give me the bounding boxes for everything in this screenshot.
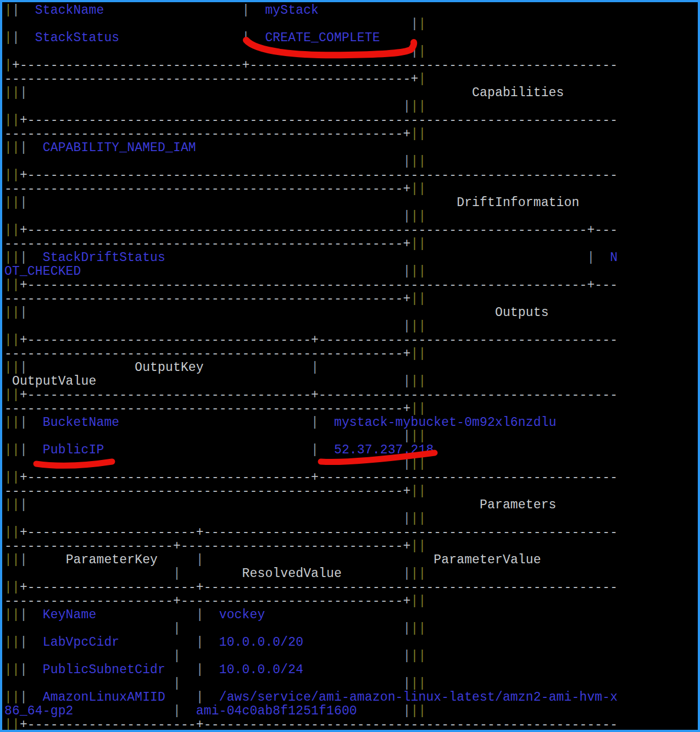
terminal-line: ----------------------------------------…: [4, 485, 698, 498]
terminal-line: ||| CAPABILITY_NAMED_IAM: [4, 141, 698, 155]
terminal-line: | |||: [4, 650, 698, 663]
terminal-line: |||: [4, 457, 698, 471]
terminal-line: ||+----------------------+--------------…: [4, 581, 698, 595]
terminal-line: |+-----------------------------+--------…: [4, 59, 698, 73]
terminal-line: ||| PublicSubnetCidr | 10.0.0.0/24: [4, 663, 698, 677]
terminal-line: ||| Outputs: [4, 306, 698, 320]
terminal-line: | ResolvedValue |||: [4, 567, 698, 581]
terminal-line: ----------------------------------------…: [4, 127, 698, 141]
terminal-line: ||+-------------------------------------…: [4, 114, 698, 127]
terminal-line: ||| Parameters: [4, 498, 698, 512]
terminal-line: ----------------------+-----------------…: [4, 595, 698, 608]
terminal-line: |||: [4, 512, 698, 526]
terminal-line: ||+-------------------------------------…: [4, 389, 698, 402]
terminal-line: ||| AmazonLinuxAMIID | /aws/service/ami-…: [4, 691, 698, 705]
terminal-line: | |||: [4, 677, 698, 691]
terminal-line: ----------------------------------------…: [4, 347, 698, 361]
terminal-line: ||| PublicIP | 52.37.237.218: [4, 443, 698, 457]
terminal-line: |||: [4, 320, 698, 334]
terminal-line: | |||: [4, 622, 698, 636]
terminal-line: 86_64-gp2 | ami-04c0ab8f1251f1600 |||: [4, 705, 698, 718]
terminal-line: ||: [4, 18, 698, 31]
terminal-line: |||: [4, 155, 698, 169]
terminal-line: ----------------------------------------…: [4, 73, 698, 86]
terminal-line: |||: [4, 100, 698, 114]
terminal-line: ||| Capabilities: [4, 86, 698, 100]
terminal-line: ||| DriftInformation: [4, 196, 698, 210]
terminal-line: ||+-------------------------------------…: [4, 224, 698, 237]
terminal-line: ||| LabVpcCidr | 10.0.0.0/20: [4, 636, 698, 650]
terminal-line: ||+-------------------------------------…: [4, 279, 698, 292]
terminal-line: OutputValue |||: [4, 375, 698, 389]
terminal-line: |||: [4, 430, 698, 443]
terminal-line: ||+----------------------+--------------…: [4, 718, 698, 732]
terminal-line: ||+-------------------------------------…: [4, 169, 698, 182]
terminal-line: ||+-------------------------------------…: [4, 334, 698, 347]
terminal-line: ----------------------------------------…: [4, 182, 698, 196]
terminal-line: ||| OutputKey |: [4, 361, 698, 375]
terminal-output[interactable]: || StackName | myStack |||| StackStatus …: [2, 2, 698, 732]
terminal-line: || StackStatus | CREATE_COMPLETE: [4, 31, 698, 45]
terminal-line: ||| KeyName | vockey: [4, 608, 698, 622]
terminal-line: ||| ParameterKey | ParameterValue: [4, 553, 698, 567]
terminal-line: ||: [4, 45, 698, 59]
terminal-window: || StackName | myStack |||| StackStatus …: [0, 0, 700, 732]
terminal-line: ||| StackDriftStatus | N: [4, 251, 698, 265]
terminal-line: ||+-------------------------------------…: [4, 471, 698, 485]
terminal-line: ||| BucketName | mystack-mybucket-0m92xl…: [4, 416, 698, 430]
terminal-line: ----------------------------------------…: [4, 402, 698, 416]
terminal-line: ----------------------+-----------------…: [4, 540, 698, 553]
terminal-line: |||: [4, 210, 698, 224]
terminal-line: OT_CHECKED |||: [4, 265, 698, 279]
terminal-line: ----------------------------------------…: [4, 237, 698, 251]
terminal-line: ----------------------------------------…: [4, 292, 698, 306]
terminal-line: || StackName | myStack: [4, 4, 698, 18]
terminal-line: ||+----------------------+--------------…: [4, 526, 698, 540]
